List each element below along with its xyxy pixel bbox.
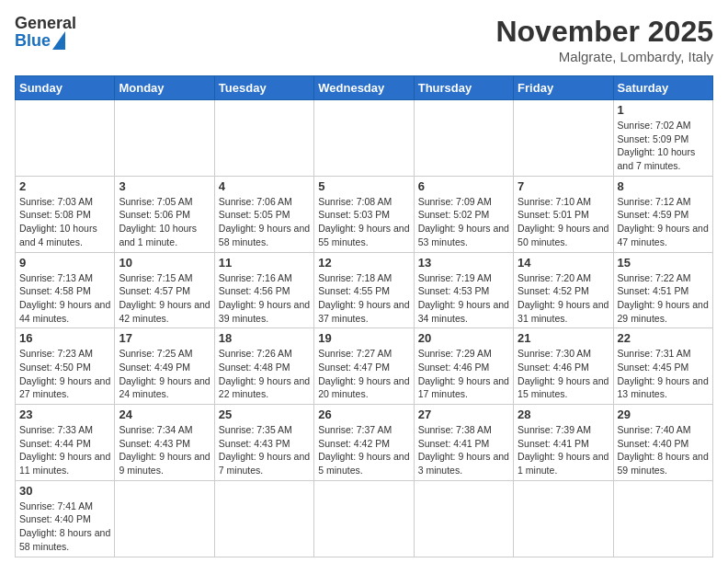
- day-number: 4: [219, 179, 310, 193]
- calendar-cell: 1Sunrise: 7:02 AMSunset: 5:09 PMDaylight…: [613, 100, 712, 177]
- day-number: 27: [418, 408, 509, 421]
- day-info: Sunrise: 7:33 AMSunset: 4:44 PMDaylight:…: [19, 423, 110, 477]
- weekday-header-saturday: Saturday: [613, 76, 712, 100]
- day-number: 24: [119, 408, 210, 421]
- day-number: 26: [318, 408, 409, 421]
- day-number: 8: [618, 179, 709, 193]
- logo-general-text: General: [15, 15, 76, 31]
- day-info: Sunrise: 7:03 AMSunset: 5:08 PMDaylight:…: [19, 195, 110, 249]
- calendar-cell: [115, 480, 214, 557]
- calendar-cell: 11Sunrise: 7:16 AMSunset: 4:56 PMDayligh…: [214, 252, 313, 328]
- day-info: Sunrise: 7:34 AMSunset: 4:43 PMDaylight:…: [119, 423, 210, 477]
- day-info: Sunrise: 7:39 AMSunset: 4:41 PMDaylight:…: [518, 423, 609, 477]
- day-info: Sunrise: 7:10 AMSunset: 5:01 PMDaylight:…: [518, 195, 609, 249]
- day-info: Sunrise: 7:23 AMSunset: 4:50 PMDaylight:…: [19, 347, 110, 401]
- day-number: 29: [618, 408, 709, 421]
- calendar-cell: [314, 100, 414, 177]
- day-info: Sunrise: 7:22 AMSunset: 4:51 PMDaylight:…: [618, 271, 709, 326]
- day-info: Sunrise: 7:05 AMSunset: 5:06 PMDaylight:…: [119, 195, 210, 249]
- calendar-cell: 16Sunrise: 7:23 AMSunset: 4:50 PMDayligh…: [16, 328, 115, 405]
- day-number: 3: [119, 179, 210, 193]
- day-info: Sunrise: 7:30 AMSunset: 4:46 PMDaylight:…: [518, 347, 609, 401]
- calendar-cell: 28Sunrise: 7:39 AMSunset: 4:41 PMDayligh…: [514, 405, 613, 481]
- day-info: Sunrise: 7:20 AMSunset: 4:52 PMDaylight:…: [518, 271, 609, 326]
- day-number: 16: [19, 331, 110, 345]
- day-number: 18: [219, 331, 310, 345]
- day-number: 15: [618, 256, 709, 270]
- day-info: Sunrise: 7:16 AMSunset: 4:56 PMDaylight:…: [219, 271, 310, 326]
- calendar-table: SundayMondayTuesdayWednesdayThursdayFrid…: [15, 75, 713, 557]
- day-info: Sunrise: 7:37 AMSunset: 4:42 PMDaylight:…: [318, 423, 409, 477]
- calendar-cell: 6Sunrise: 7:09 AMSunset: 5:02 PMDaylight…: [414, 176, 513, 252]
- calendar-cell: 7Sunrise: 7:10 AMSunset: 5:01 PMDaylight…: [514, 176, 613, 252]
- weekday-header-sunday: Sunday: [16, 76, 115, 100]
- calendar-cell: [613, 480, 712, 557]
- calendar-cell: 5Sunrise: 7:08 AMSunset: 5:03 PMDaylight…: [314, 176, 414, 252]
- day-number: 2: [19, 179, 110, 193]
- day-number: 19: [318, 331, 409, 345]
- day-number: 1: [618, 103, 709, 117]
- calendar-cell: 15Sunrise: 7:22 AMSunset: 4:51 PMDayligh…: [613, 252, 712, 328]
- day-number: 6: [418, 179, 509, 193]
- day-number: 5: [318, 179, 409, 193]
- logo: General Blue: [15, 15, 76, 50]
- day-info: Sunrise: 7:02 AMSunset: 5:09 PMDaylight:…: [618, 119, 709, 173]
- calendar-cell: 27Sunrise: 7:38 AMSunset: 4:41 PMDayligh…: [414, 405, 513, 481]
- day-number: 10: [119, 256, 210, 270]
- day-number: 22: [618, 331, 709, 345]
- logo-triangle-icon: [52, 31, 65, 50]
- calendar-cell: 21Sunrise: 7:30 AMSunset: 4:46 PMDayligh…: [514, 328, 613, 405]
- month-year-title: November 2025: [495, 15, 713, 49]
- calendar-cell: 29Sunrise: 7:40 AMSunset: 4:40 PMDayligh…: [613, 405, 712, 481]
- logo-blue-text: Blue: [15, 32, 51, 49]
- day-number: 30: [19, 484, 110, 498]
- calendar-cell: [514, 480, 613, 557]
- day-number: 21: [518, 331, 609, 345]
- location-subtitle: Malgrate, Lombardy, Italy: [495, 49, 713, 64]
- day-info: Sunrise: 7:19 AMSunset: 4:53 PMDaylight:…: [418, 271, 509, 326]
- day-info: Sunrise: 7:31 AMSunset: 4:45 PMDaylight:…: [618, 347, 709, 401]
- day-info: Sunrise: 7:40 AMSunset: 4:40 PMDaylight:…: [618, 423, 709, 477]
- calendar-cell: [314, 480, 414, 557]
- calendar-cell: 25Sunrise: 7:35 AMSunset: 4:43 PMDayligh…: [214, 405, 313, 481]
- day-info: Sunrise: 7:38 AMSunset: 4:41 PMDaylight:…: [418, 423, 509, 477]
- day-number: 13: [418, 256, 509, 270]
- calendar-cell: 17Sunrise: 7:25 AMSunset: 4:49 PMDayligh…: [115, 328, 214, 405]
- calendar-cell: 12Sunrise: 7:18 AMSunset: 4:55 PMDayligh…: [314, 252, 414, 328]
- calendar-cell: 26Sunrise: 7:37 AMSunset: 4:42 PMDayligh…: [314, 405, 414, 481]
- day-info: Sunrise: 7:29 AMSunset: 4:46 PMDaylight:…: [418, 347, 509, 401]
- day-info: Sunrise: 7:12 AMSunset: 4:59 PMDaylight:…: [618, 195, 709, 249]
- calendar-cell: 30Sunrise: 7:41 AMSunset: 4:40 PMDayligh…: [16, 480, 115, 557]
- day-number: 11: [219, 256, 310, 270]
- week-row-5: 23Sunrise: 7:33 AMSunset: 4:44 PMDayligh…: [16, 405, 713, 481]
- day-number: 23: [19, 408, 110, 421]
- calendar-cell: 10Sunrise: 7:15 AMSunset: 4:57 PMDayligh…: [115, 252, 214, 328]
- day-number: 9: [19, 256, 110, 270]
- calendar-cell: [514, 100, 613, 177]
- day-number: 17: [119, 331, 210, 345]
- day-number: 7: [518, 179, 609, 193]
- calendar-cell: [214, 480, 313, 557]
- day-number: 14: [518, 256, 609, 270]
- weekday-header-row: SundayMondayTuesdayWednesdayThursdayFrid…: [16, 76, 713, 100]
- day-info: Sunrise: 7:41 AMSunset: 4:40 PMDaylight:…: [19, 500, 110, 554]
- weekday-header-thursday: Thursday: [414, 76, 513, 100]
- calendar-cell: [414, 480, 513, 557]
- calendar-cell: 9Sunrise: 7:13 AMSunset: 4:58 PMDaylight…: [16, 252, 115, 328]
- calendar-cell: 2Sunrise: 7:03 AMSunset: 5:08 PMDaylight…: [16, 176, 115, 252]
- day-info: Sunrise: 7:15 AMSunset: 4:57 PMDaylight:…: [119, 271, 210, 326]
- weekday-header-friday: Friday: [514, 76, 613, 100]
- header: General Blue November 2025 Malgrate, Lom…: [15, 15, 713, 64]
- weekday-header-wednesday: Wednesday: [314, 76, 414, 100]
- weekday-header-tuesday: Tuesday: [214, 76, 313, 100]
- week-row-3: 9Sunrise: 7:13 AMSunset: 4:58 PMDaylight…: [16, 252, 713, 328]
- day-info: Sunrise: 7:25 AMSunset: 4:49 PMDaylight:…: [119, 347, 210, 401]
- day-info: Sunrise: 7:35 AMSunset: 4:43 PMDaylight:…: [219, 423, 310, 477]
- calendar-cell: 23Sunrise: 7:33 AMSunset: 4:44 PMDayligh…: [16, 405, 115, 481]
- day-number: 12: [318, 256, 409, 270]
- calendar-cell: [214, 100, 313, 177]
- title-area: November 2025 Malgrate, Lombardy, Italy: [495, 15, 713, 64]
- week-row-1: 1Sunrise: 7:02 AMSunset: 5:09 PMDaylight…: [16, 100, 713, 177]
- day-number: 20: [418, 331, 509, 345]
- calendar-cell: 13Sunrise: 7:19 AMSunset: 4:53 PMDayligh…: [414, 252, 513, 328]
